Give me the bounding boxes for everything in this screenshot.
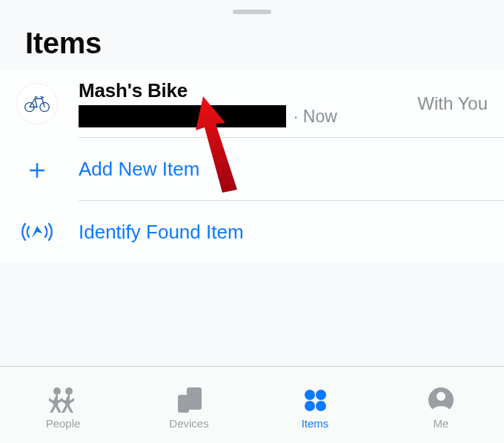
items-icon — [301, 386, 329, 414]
plus-icon: ＋ — [16, 155, 58, 183]
item-row-bike[interactable]: Mash's Bike · Now With You — [0, 70, 504, 137]
identify-icon — [16, 219, 58, 244]
item-name: Mash's Bike — [79, 79, 408, 102]
identify-found-item-label: Identify Found Item — [79, 221, 244, 244]
tab-me[interactable]: Me — [378, 367, 504, 443]
svg-point-8 — [305, 401, 315, 411]
item-avatar — [16, 83, 58, 124]
tab-items[interactable]: Items — [252, 367, 378, 443]
svg-point-6 — [305, 390, 315, 400]
svg-point-7 — [316, 390, 326, 400]
tab-people[interactable]: People — [0, 367, 126, 443]
add-new-item-row[interactable]: ＋ Add New Item — [0, 138, 504, 200]
person-circle-icon — [427, 386, 455, 414]
sheet-grabber[interactable] — [233, 10, 271, 14]
tab-devices-label: Devices — [169, 417, 208, 430]
redacted-location — [79, 105, 286, 127]
svg-point-9 — [316, 401, 326, 411]
svg-rect-5 — [178, 395, 189, 413]
identify-found-item-row[interactable]: Identify Found Item — [0, 201, 504, 263]
people-icon — [47, 386, 79, 414]
svg-point-2 — [53, 387, 61, 395]
tab-items-label: Items — [302, 417, 329, 430]
bicycle-icon — [24, 95, 50, 113]
devices-icon — [173, 386, 205, 414]
svg-point-3 — [65, 387, 73, 395]
add-new-item-label: Add New Item — [79, 158, 199, 181]
item-time: · Now — [294, 107, 337, 127]
page-title: Items — [25, 27, 504, 60]
tab-devices[interactable]: Devices — [126, 367, 252, 443]
tab-bar: People Devices Items Me — [0, 366, 504, 443]
content: Mash's Bike · Now With You ＋ Add New Ite… — [0, 70, 504, 366]
tab-people-label: People — [46, 417, 81, 430]
tab-me-label: Me — [434, 417, 449, 430]
svg-point-11 — [437, 392, 445, 401]
item-subtitle: · Now — [79, 105, 408, 127]
item-body: Mash's Bike · Now — [79, 79, 408, 127]
item-status: With You — [417, 93, 488, 114]
items-list: Mash's Bike · Now With You ＋ Add New Ite… — [0, 70, 504, 263]
